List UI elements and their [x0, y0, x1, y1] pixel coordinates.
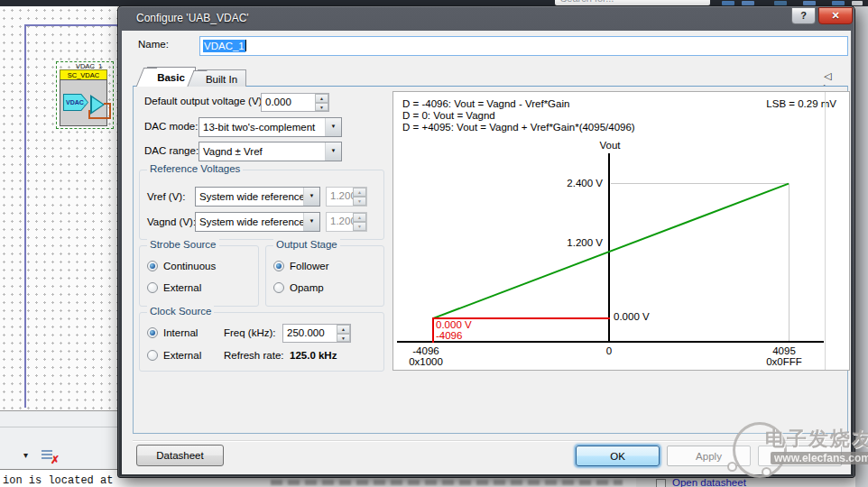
name-label: Name: [138, 39, 169, 50]
spinner-down-icon[interactable]: ▼ [337, 334, 350, 343]
vdac-component[interactable]: VDAC_ [60, 79, 107, 126]
spinner-up-icon: ▲ [353, 213, 366, 222]
screen: Search for... VDAC_1 SC_VDAC VDAC_ ▾ [0, 0, 868, 487]
radio-internal[interactable] [147, 327, 158, 338]
ok-button[interactable]: OK [576, 446, 660, 466]
open-datasheet-link[interactable]: Open datasheet [672, 477, 746, 487]
tab-slant [136, 68, 157, 87]
watermark-dot [727, 462, 737, 472]
radio-opamp[interactable] [273, 282, 284, 293]
clear-output-icon[interactable]: ✗ [42, 448, 58, 464]
x-tick-dec: -4096 [402, 345, 449, 356]
guide-line-4095 [789, 183, 790, 342]
group-title: Clock Source [147, 306, 214, 317]
origin-marker-vline [432, 317, 434, 343]
radio-strobe-external[interactable] [147, 282, 158, 293]
spinner-up-icon[interactable]: ▲ [315, 94, 328, 103]
formula-line: D = +4095: Vout = Vagnd + Vref*Gain*(409… [402, 122, 635, 133]
link-icon [656, 479, 666, 487]
lsb-label: LSB = 0.29 mV [766, 98, 836, 109]
default-voltage-value: 0.000 [265, 94, 291, 111]
reference-voltages-group: Reference Voltages Vref (V): System wide… [139, 170, 384, 240]
dialog-title: Configure 'UAB_VDAC' [136, 6, 249, 31]
freq-label: Freq (kHz): [224, 327, 276, 338]
radio-opamp-label: Opamp [290, 282, 324, 293]
dialog-titlebar[interactable]: Configure 'UAB_VDAC' ? ✕ [118, 6, 854, 31]
name-input[interactable]: VDAC_1 [199, 36, 848, 56]
vref-select[interactable]: System wide reference ▼ [195, 187, 320, 207]
vagnd-value-stepper: 1.200 ▲ ▼ [326, 212, 367, 232]
vref-value-stepper: 1.200 ▲ ▼ [326, 187, 367, 207]
tab-basic-label: Basic [157, 72, 185, 83]
spinner-up-icon: ▲ [353, 188, 366, 197]
transfer-function-chart: D = -4096: Vout = Vagnd - Vref*Gain D = … [392, 91, 850, 371]
x-tick-dec: 4095 [761, 345, 808, 356]
group-title: Strobe Source [147, 239, 219, 250]
dac-range-label: DAC range: [144, 145, 199, 156]
refresh-rate-value: 125.0 kHz [290, 350, 337, 361]
radio-continuous[interactable] [147, 261, 158, 271]
default-voltage-stepper[interactable]: 0.000 ▲ ▼ [261, 93, 329, 112]
add-icon[interactable] [852, 1, 863, 5]
radio-continuous-label: Continuous [163, 261, 216, 271]
vdac-port-label: VDAC_ [64, 95, 88, 110]
configure-dialog: Configure 'UAB_VDAC' ? ✕ Name: VDAC_1 Ba… [117, 5, 855, 478]
freq-stepper[interactable]: 250.000 ▲ ▼ [282, 324, 351, 343]
spinner-down-icon: ▼ [353, 222, 366, 231]
chevron-down-icon[interactable]: ▼ [303, 188, 319, 206]
chevron-down-icon[interactable]: ▾ [23, 450, 28, 460]
x-tick-hex: 0x1000 [400, 356, 452, 367]
close-icon[interactable]: ✕ [818, 7, 853, 24]
spinner-down-icon: ▼ [353, 197, 366, 206]
group-title: Reference Voltages [147, 163, 243, 174]
radio-follower-label: Follower [290, 261, 328, 271]
clock-source-group: Clock Source Internal Freq (kHz): 250.00… [139, 312, 384, 372]
dialog-client: Name: VDAC_1 Basic Built In ◁ ▷ Default … [122, 31, 851, 474]
origin-volt-label: 0.000 V [436, 319, 472, 330]
transfer-line [433, 183, 789, 319]
radio-strobe-external-label: External [163, 282, 201, 293]
y-axis [608, 153, 610, 343]
help-icon[interactable]: ? [791, 7, 816, 24]
vagnd-select-value: System wide reference [199, 213, 305, 231]
datasheet-button[interactable]: Datasheet [136, 445, 224, 466]
spinner-down-icon[interactable]: ▼ [315, 103, 328, 112]
zero-volt-label: 0.000 V [614, 311, 650, 322]
formula-line: D = 0: Vout = Vagnd [402, 110, 495, 121]
page-border-line [24, 24, 26, 408]
radio-clock-external[interactable] [147, 350, 158, 361]
spinner-up-icon[interactable]: ▲ [337, 325, 350, 334]
schematic-canvas[interactable]: VDAC_1 SC_VDAC VDAC_ [0, 6, 117, 410]
wire [88, 117, 111, 119]
dac-mode-select[interactable]: 13-bit two's-complement ▼ [199, 117, 342, 137]
radio-clock-external-label: External [163, 350, 201, 361]
tab-built-in[interactable]: Built In [198, 69, 246, 87]
radio-internal-label: Internal [163, 327, 198, 338]
dac-range-select[interactable]: Vagnd ± Vref ▼ [199, 142, 342, 161]
freq-value: 250.000 [287, 325, 325, 342]
vdac-port-shape: VDAC_ [63, 94, 88, 111]
dac-mode-value: 13-bit two's-complement [203, 118, 315, 136]
blurred-console-text [271, 480, 623, 485]
dac-range-value: Vagnd ± Vref [203, 142, 263, 161]
radio-follower[interactable] [273, 261, 284, 271]
right-panel-sliver [855, 6, 868, 487]
chevron-down-icon[interactable]: ▼ [325, 142, 341, 161]
vref-select-value: System wide reference [199, 188, 305, 206]
name-value: VDAC_1 [203, 40, 245, 52]
chevron-down-icon[interactable]: ▼ [325, 118, 341, 136]
page-border-line [24, 24, 117, 26]
guide-line-2v4 [611, 183, 789, 184]
buffer-triangle-fill [92, 97, 103, 112]
chevron-down-icon[interactable]: ▼ [303, 213, 319, 231]
watermark: 电子发烧友 www.elecfans.com [738, 422, 868, 480]
text-cursor [245, 40, 246, 51]
y-tick-1v2: 1.200 V [538, 237, 603, 248]
y-axis-title: Vout [586, 140, 633, 151]
vagnd-select[interactable]: System wide reference ▼ [195, 212, 320, 232]
vagnd-label: Vagnd (V): [147, 216, 196, 227]
watermark-dot [762, 467, 771, 477]
console-text: ion is located at [3, 474, 113, 487]
y-tick-2v4: 2.400 V [538, 178, 603, 188]
refresh-rate-label: Refresh rate: [224, 350, 283, 361]
